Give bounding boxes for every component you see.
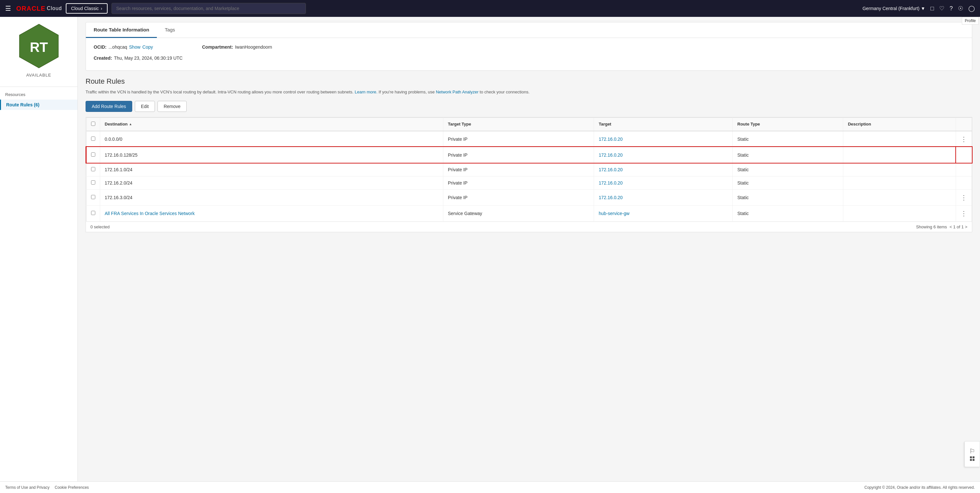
sidebar-item-route-rules[interactable]: Route Rules (6) <box>0 100 78 110</box>
region-selector[interactable]: Germany Central (Frankfurt) ▼ <box>862 6 925 11</box>
life-ring-icon: ⚐ <box>969 447 975 455</box>
table-row: 172.16.2.0/24 Private IP 172.16.0.20 Sta… <box>86 176 972 190</box>
row-checkbox[interactable] <box>91 180 95 185</box>
destination-cell: 172.16.1.0/24 <box>100 163 443 176</box>
route-rules-table-wrapper: Destination ▲ Target Type Target Route T… <box>86 117 972 232</box>
resources-label: Resources <box>0 89 78 100</box>
sidebar-nav: Route Rules (6) <box>0 100 78 110</box>
cloud-classic-button[interactable]: Cloud Classic › <box>66 3 107 14</box>
more-actions-cell <box>956 163 972 176</box>
row-checkbox[interactable] <box>91 152 95 157</box>
info-row-1: OCID: ...ohqcaq Show Copy Created: Thu, … <box>94 45 964 64</box>
cookie-link[interactable]: Cookie Preferences <box>55 485 89 490</box>
row-checkbox-cell <box>86 147 100 163</box>
more-actions-cell <box>956 176 972 190</box>
destination-link[interactable]: All FRA Services In Oracle Services Netw… <box>105 211 195 216</box>
edit-button[interactable]: Edit <box>135 101 155 112</box>
description-cell <box>843 147 956 163</box>
target-cell: hub-service-gw <box>594 205 733 221</box>
more-options-icon[interactable]: ⋮ <box>961 194 967 201</box>
destination-cell: 172.16.2.0/24 <box>100 176 443 190</box>
route-type-cell: Static <box>733 190 843 205</box>
destination-header[interactable]: Destination ▲ <box>100 117 443 131</box>
add-route-rules-button[interactable]: Add Route Rules <box>86 101 132 112</box>
target-type-header: Target Type <box>443 117 594 131</box>
remove-button[interactable]: Remove <box>158 101 187 112</box>
target-header: Target <box>594 117 733 131</box>
help-icon[interactable]: ? <box>950 5 953 12</box>
menu-icon[interactable]: ☰ <box>5 5 11 12</box>
ocid-info: OCID: ...ohqcaq Show Copy <box>94 45 183 49</box>
route-type-cell: Static <box>733 205 843 221</box>
help-widget[interactable]: ⚐ <box>964 441 980 467</box>
table-footer: 0 selected Showing 6 items < 1 of 1 > <box>86 222 972 232</box>
route-type-cell: Static <box>733 131 843 147</box>
pagination: Showing 6 items < 1 of 1 > <box>916 225 967 229</box>
target-cell: 172.16.0.20 <box>594 163 733 176</box>
destination-cell: 172.16.3.0/24 <box>100 190 443 205</box>
action-buttons: Add Route Rules Edit Remove <box>86 101 972 112</box>
target-link[interactable]: 172.16.0.20 <box>598 167 622 172</box>
description-header: Description <box>843 117 956 131</box>
info-col-left: OCID: ...ohqcaq Show Copy Created: Thu, … <box>94 45 183 64</box>
target-type-cell: Private IP <box>443 131 594 147</box>
target-link[interactable]: 172.16.0.20 <box>598 152 622 158</box>
select-all-checkbox[interactable] <box>91 121 95 126</box>
table-row: 172.16.3.0/24 Private IP 172.16.0.20 Sta… <box>86 190 972 205</box>
target-cell: 172.16.0.20 <box>594 176 733 190</box>
more-actions-cell: ⋮ <box>956 190 972 205</box>
show-link[interactable]: Show <box>129 45 140 49</box>
route-type-cell: Static <box>733 163 843 176</box>
route-rules-section: Route Rules Traffic within the VCN is ha… <box>86 77 972 232</box>
globe-icon[interactable]: ☉ <box>958 5 963 12</box>
search-input[interactable] <box>111 3 306 14</box>
more-options-icon[interactable]: ⋮ <box>961 135 967 143</box>
target-link[interactable]: 172.16.0.20 <box>598 137 622 142</box>
learn-more-link[interactable]: Learn more. <box>355 89 377 94</box>
network-path-analyzer-link[interactable]: Network Path Analyzer <box>436 89 479 94</box>
showing-text: Showing 6 items <box>916 225 947 229</box>
description-cell <box>843 205 956 221</box>
destination-cell: 0.0.0.0/0 <box>100 131 443 147</box>
row-checkbox-cell <box>86 190 100 205</box>
actions-header <box>956 117 972 131</box>
cloud-shell-icon[interactable]: □ <box>931 5 934 12</box>
tab-route-table-info[interactable]: Route Table Information <box>86 22 157 38</box>
target-type-cell: Private IP <box>443 176 594 190</box>
page-info: < 1 of 1 > <box>950 225 967 229</box>
target-link[interactable]: 172.16.0.20 <box>598 180 622 185</box>
top-navigation: ☰ ORACLE Cloud Cloud Classic › Germany C… <box>0 0 980 17</box>
row-checkbox-cell <box>86 176 100 190</box>
destination-cell: All FRA Services In Oracle Services Netw… <box>100 205 443 221</box>
page-wrapper: RT AVAILABLE Resources Route Rules (6) R… <box>0 17 980 493</box>
compartment-info: Compartment: IwanHoogendoorn <box>202 45 272 49</box>
description-cell <box>843 131 956 147</box>
more-options-icon[interactable]: ⋮ <box>961 209 967 217</box>
target-cell: 172.16.0.20 <box>594 190 733 205</box>
row-checkbox[interactable] <box>91 211 95 215</box>
copy-link[interactable]: Copy <box>142 45 153 49</box>
row-checkbox-cell <box>86 163 100 176</box>
oracle-logo: ORACLE Cloud <box>16 5 62 12</box>
route-type-header: Route Type <box>733 117 843 131</box>
table-row: 172.16.1.0/24 Private IP 172.16.0.20 Sta… <box>86 163 972 176</box>
copyright-text: Copyright © 2024, Oracle and/or its affi… <box>864 485 975 490</box>
bell-icon[interactable]: ♡ <box>939 5 944 12</box>
row-checkbox[interactable] <box>91 195 95 199</box>
sort-arrow-destination: ▲ <box>129 122 132 126</box>
nav-right: Germany Central (Frankfurt) ▼ □ ♡ ? ☉ ◯ <box>862 5 975 12</box>
route-rules-description: Traffic within the VCN is handled by the… <box>86 89 972 96</box>
row-checkbox[interactable] <box>91 167 95 171</box>
terms-link[interactable]: Terms of Use and Privacy <box>5 485 49 490</box>
target-link[interactable]: hub-service-gw <box>598 211 629 216</box>
target-type-cell: Service Gateway <box>443 205 594 221</box>
svg-text:RT: RT <box>30 40 48 55</box>
target-link[interactable]: 172.16.0.20 <box>598 195 622 200</box>
table-body: 0.0.0.0/0 Private IP 172.16.0.20 Static … <box>86 131 972 222</box>
select-all-col <box>86 117 100 131</box>
row-checkbox[interactable] <box>91 137 95 141</box>
description-cell <box>843 176 956 190</box>
tab-tags[interactable]: Tags <box>157 22 183 38</box>
profile-icon[interactable]: ◯ <box>968 5 975 12</box>
table-row: 172.16.0.128/25 Private IP 172.16.0.20 S… <box>86 147 972 163</box>
